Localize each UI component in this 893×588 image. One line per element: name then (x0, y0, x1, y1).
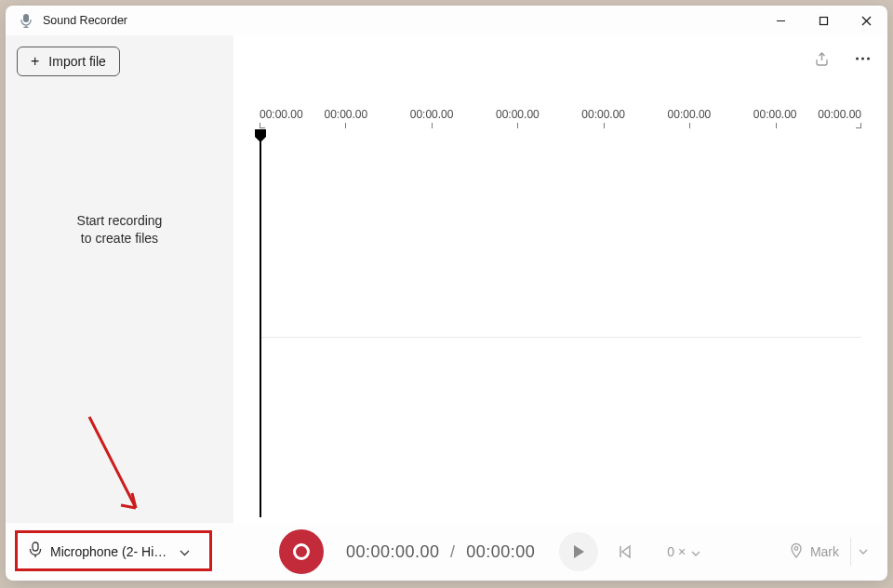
window-controls (759, 6, 887, 35)
timeline: 00:00.0000:00.0000:00.0000:00.0000:00.00… (233, 69, 887, 523)
ruler-tick: 00:00.00 (389, 108, 474, 121)
chevron-down-icon (180, 543, 190, 560)
body: + Import file Start recording to create … (6, 35, 887, 523)
app-icon (19, 13, 33, 28)
waveform-midline (260, 337, 861, 338)
microphone-label: Microphone (2- High... (50, 544, 172, 559)
mark-label: Mark (810, 544, 839, 559)
playhead-handle-icon[interactable] (254, 128, 267, 143)
ruler-tick: 00:00.00 (474, 108, 560, 121)
elapsed-time: 00:00:00.00 (346, 542, 440, 561)
ruler-tick: 00:00.00 (646, 108, 732, 121)
svg-point-7 (856, 58, 859, 60)
more-icon[interactable] (854, 50, 871, 67)
playback-speed-button[interactable]: 0 × (667, 544, 700, 559)
titlebar: Sound Recorder (6, 6, 887, 35)
microphone-selector[interactable]: Microphone (2- High... (19, 534, 199, 569)
total-time: 00:00:00 (466, 542, 535, 561)
bottombar: Microphone (2- High... 00:00:00.00 / 00:… (6, 523, 887, 581)
svg-point-13 (794, 547, 798, 551)
close-button[interactable] (845, 6, 887, 35)
ruler-tick: 00:00.00 (260, 108, 303, 121)
app-title: Sound Recorder (43, 14, 127, 27)
ruler-tick: 00:00.00 (818, 108, 861, 121)
speed-label: 0 × (667, 544, 686, 559)
microphone-icon (28, 541, 43, 562)
plus-icon: + (31, 54, 39, 69)
svg-point-9 (867, 58, 870, 60)
mark-button[interactable]: Mark (790, 542, 839, 561)
svg-rect-4 (820, 17, 827, 24)
share-icon[interactable] (813, 50, 830, 67)
ruler-tick: 00:00.00 (732, 108, 818, 121)
import-file-label: Import file (48, 54, 105, 69)
svg-rect-10 (33, 542, 38, 551)
main-toolbar (233, 35, 887, 69)
svg-rect-0 (23, 14, 29, 22)
record-button[interactable] (279, 529, 324, 574)
minimize-button[interactable] (759, 6, 802, 35)
sidebar: + Import file Start recording to create … (6, 35, 233, 523)
chevron-down-icon (691, 544, 700, 559)
ruler-tick: 00:00.00 (561, 108, 646, 121)
import-file-button[interactable]: + Import file (17, 47, 120, 76)
waveform-area[interactable] (260, 151, 861, 523)
svg-point-8 (861, 58, 864, 60)
time-display: 00:00:00.00 / 00:00:00 (346, 542, 535, 562)
location-pin-icon (790, 542, 803, 561)
mark-dropdown-button[interactable] (850, 538, 874, 566)
empty-state: Start recording to create files (6, 76, 233, 523)
empty-state-line2: to create files (77, 230, 163, 247)
time-separator: / (450, 542, 456, 561)
ruler: 00:00.0000:00.0000:00.0000:00.0000:00.00… (260, 108, 861, 132)
playhead[interactable] (260, 141, 261, 517)
maximize-button[interactable] (802, 6, 845, 35)
ruler-tick: 00:00.00 (303, 108, 389, 121)
app-window: Sound Recorder + Import file Start recor… (6, 6, 887, 581)
main-area: 00:00.0000:00.0000:00.0000:00.0000:00.00… (233, 35, 887, 523)
empty-state-line1: Start recording (77, 212, 163, 230)
record-icon (293, 543, 310, 560)
skip-back-button[interactable] (609, 532, 641, 571)
play-button[interactable] (559, 532, 598, 571)
